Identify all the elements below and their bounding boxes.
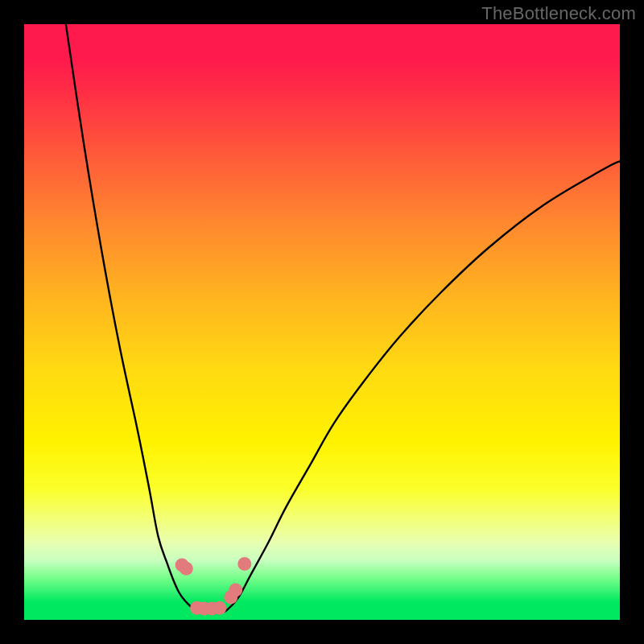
data-marker [237,557,251,571]
data-marker [229,584,242,597]
plot-area [24,24,620,620]
data-marker [213,601,226,615]
chart-svg [24,24,620,620]
bottleneck-curve [66,24,620,613]
watermark-text: TheBottleneck.com [481,3,636,24]
data-marker [180,562,193,576]
chart-frame: TheBottleneck.com [0,0,644,644]
